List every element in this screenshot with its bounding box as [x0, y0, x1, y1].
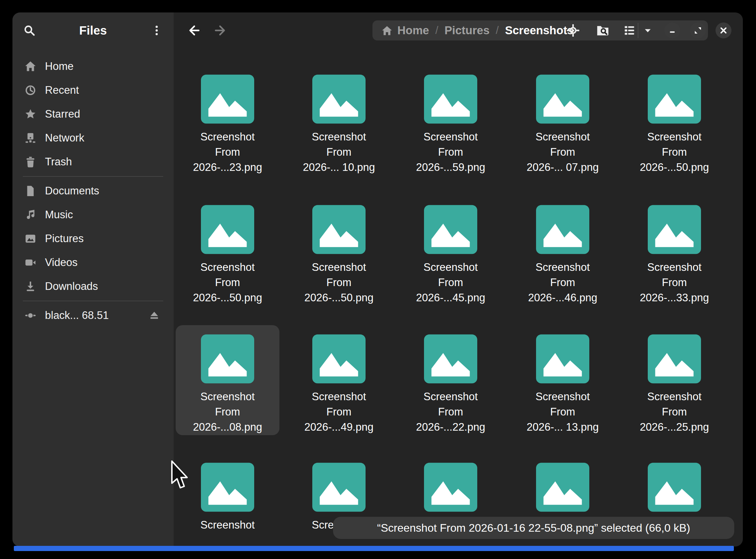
app-title: Files: [39, 24, 147, 37]
file-item[interactable]: ScreenshotFrom2026-... 13.png: [511, 325, 615, 435]
trash-icon: [24, 156, 37, 168]
file-name-line: 2026-...50.png: [287, 290, 391, 305]
video-camera-icon: [24, 256, 37, 269]
file-name-line: Screenshot: [623, 389, 726, 404]
image-thumbnail-icon: [201, 379, 254, 385]
document-icon: [24, 185, 37, 197]
path-bar: Home / Pictures / Screenshots: [372, 20, 708, 40]
list-view-icon: [623, 24, 636, 37]
breadcrumb-home[interactable]: Home: [381, 24, 429, 37]
file-item[interactable]: ScreenshotFrom2026-...08.png: [176, 325, 279, 435]
sidebar-item-downloads[interactable]: Downloads: [18, 276, 168, 297]
image-thumbnail-icon: [312, 507, 366, 513]
file-name-line: From: [176, 275, 279, 290]
image-thumbnail-icon: [201, 249, 254, 255]
eject-button[interactable]: [147, 308, 162, 323]
sidebar-divider: [23, 301, 163, 301]
maximize-button[interactable]: [690, 22, 706, 38]
file-name-line: Screenshot: [287, 129, 391, 145]
file-item[interactable]: ScreenshotFrom2026-...25.png: [623, 325, 726, 435]
image-thumbnail-icon: [312, 249, 366, 255]
search-button[interactable]: [19, 20, 39, 40]
file-name-line: From: [176, 404, 279, 420]
file-name-line: Screenshot: [287, 389, 391, 404]
file-name-line: 2026-...25.png: [623, 420, 726, 435]
list-view-toggle[interactable]: [619, 20, 639, 40]
file-name-line: 2026-...46.png: [511, 290, 615, 305]
file-name-line: From: [287, 145, 391, 160]
sidebar-item-label: Trash: [45, 156, 72, 168]
sidebar-item-videos[interactable]: Videos: [18, 252, 168, 273]
home-icon: [24, 60, 37, 73]
file-item[interactable]: ScreenshotFrom2026-...50.png: [287, 196, 391, 305]
files-window: Files HomeRecentStarredNetworkTrash Docu…: [12, 12, 743, 547]
sidebar-item-drive[interactable]: black... 68.51: [18, 305, 168, 326]
sidebar-item-network[interactable]: Network: [18, 127, 168, 149]
file-name-line: From: [399, 404, 503, 420]
sidebar-item-music[interactable]: Music: [18, 204, 168, 226]
sidebar-item-starred[interactable]: Starred: [18, 103, 168, 125]
file-name: ScreenshotFrom2026-...59.png: [399, 129, 503, 175]
file-name-line: From: [511, 145, 615, 160]
image-thumbnail-icon: [648, 379, 701, 385]
file-item[interactable]: ScreenshotFrom2026-...50.png: [623, 65, 726, 175]
image-thumbnail-icon: [312, 379, 366, 385]
file-name: ScreenshotFrom2026-...08.png: [176, 389, 279, 435]
file-item[interactable]: ScreenshotFrom2026-...46.png: [511, 196, 615, 305]
file-item[interactable]: ScreenshotFrom2026-...50.png: [176, 196, 279, 305]
file-item[interactable]: ScreenshotFrom2026-... 07.png: [511, 65, 615, 175]
star-icon: [24, 108, 37, 120]
file-name-line: 2026-...50.png: [176, 290, 279, 305]
file-name-line: 2026-...50.png: [623, 160, 726, 175]
file-name-line: From: [623, 404, 726, 420]
view-options-button[interactable]: [639, 20, 656, 40]
sidebar-item-trash[interactable]: Trash: [18, 151, 168, 173]
search-folder-button[interactable]: [593, 20, 613, 40]
file-name: ScreenshotFrom2026-...25.png: [623, 389, 726, 435]
file-item[interactable]: ScreenshotFrom2026-...59.png: [399, 65, 503, 175]
close-button[interactable]: [716, 22, 731, 38]
main-menu-button[interactable]: [147, 20, 167, 40]
file-name-line: From: [287, 275, 391, 290]
file-name: ScreenshotFrom2026-...45.png: [399, 260, 503, 305]
sidebar-item-label: Documents: [45, 185, 99, 197]
image-thumbnail-icon: [201, 507, 254, 513]
file-name-line: Screenshot: [176, 517, 279, 533]
file-item[interactable]: ScreenshotFrom2026-...22.png: [399, 325, 503, 435]
image-thumbnail-icon: [536, 379, 589, 385]
file-name-line: From: [399, 145, 503, 160]
sidebar-item-recent[interactable]: Recent: [18, 80, 168, 101]
file-name: ScreenshotFrom2026-...33.png: [623, 260, 726, 305]
image-thumbnail-icon: [312, 119, 366, 125]
sidebar-item-label: Music: [45, 209, 73, 221]
sidebar-item-label: Pictures: [45, 232, 84, 245]
sidebar-item-pictures[interactable]: Pictures: [18, 228, 168, 249]
file-name-line: From: [511, 275, 615, 290]
file-name-line: From: [623, 275, 726, 290]
file-item[interactable]: ScreenshotFrom2026-... 10.png: [287, 65, 391, 175]
back-button[interactable]: [184, 20, 204, 40]
file-name: ScreenshotFrom2026-...49.png: [287, 389, 391, 435]
minimize-button[interactable]: [664, 22, 680, 38]
chevron-down-icon: [643, 25, 653, 36]
image-thumbnail-icon: [536, 119, 589, 125]
file-item[interactable]: ScreenshotFrom2026-...23.png: [176, 65, 279, 175]
network-icon: [24, 132, 37, 144]
file-name: ScreenshotFrom2026-...46.png: [511, 260, 615, 305]
sidebar-item-label: Videos: [45, 256, 77, 269]
folder-search-icon: [596, 24, 609, 37]
search-icon: [24, 25, 35, 36]
forward-button[interactable]: [210, 20, 230, 40]
sidebar-item-home[interactable]: Home: [18, 56, 168, 77]
file-item[interactable]: ScreenshotFrom2026-...33.png: [623, 196, 726, 305]
file-name-line: 2026-... 13.png: [511, 420, 615, 435]
file-item[interactable]: Screenshot: [176, 453, 279, 533]
file-item[interactable]: ScreenshotFrom2026-...49.png: [287, 325, 391, 435]
file-name-line: Screenshot: [623, 260, 726, 275]
sidebar-item-documents[interactable]: Documents: [18, 180, 168, 202]
background-accent-bar: [14, 546, 734, 551]
locate-button[interactable]: [563, 20, 583, 40]
file-item[interactable]: ScreenshotFrom2026-...45.png: [399, 196, 503, 305]
breadcrumb-pictures[interactable]: Pictures: [444, 24, 489, 37]
image-thumbnail-icon: [424, 249, 477, 255]
